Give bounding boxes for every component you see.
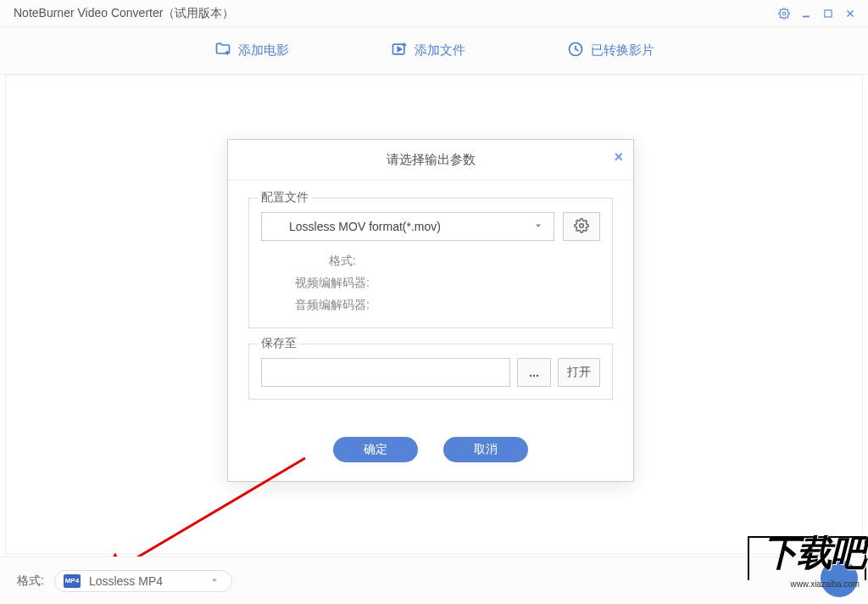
open-folder-button[interactable]: 打开: [558, 358, 600, 387]
clock-icon: [567, 41, 584, 60]
open-label: 打开: [567, 365, 591, 380]
video-codec-row: 视频编解码器:: [295, 271, 600, 294]
add-movie-button[interactable]: 添加电影: [214, 41, 289, 60]
mp4-badge-icon: MP4: [64, 574, 81, 588]
settings-icon[interactable]: [775, 4, 793, 23]
chevron-down-icon: [209, 574, 220, 588]
format-selected: Lossless MOV format(*.mov): [272, 220, 441, 233]
profile-fieldset: 配置文件 Lossless MOV format(*.mov) 格式: 视频编解…: [248, 198, 613, 328]
format-label: 格式:: [17, 573, 44, 589]
watermark-url: www.xiazaiba.com: [790, 579, 859, 589]
maximize-icon[interactable]: [819, 4, 837, 23]
output-format-dropdown[interactable]: MP4 Lossless MP4: [54, 570, 232, 592]
svg-marker-16: [212, 579, 217, 582]
browse-button[interactable]: ...: [517, 358, 551, 387]
add-file-label: 添加文件: [415, 42, 465, 59]
converted-label: 已转换影片: [591, 42, 654, 59]
save-fieldset: 保存至 ... 打开: [248, 344, 613, 400]
dialog-title: 请选择输出参数: [387, 152, 476, 168]
cancel-label: 取消: [474, 442, 498, 457]
folder-plus-icon: [214, 41, 231, 60]
minimize-icon[interactable]: [797, 4, 815, 23]
profile-legend: 配置文件: [258, 190, 312, 205]
svg-rect-2: [825, 9, 832, 16]
audio-codec-row: 音频编解码器:: [295, 294, 600, 316]
dialog-footer: 确定 取消: [228, 423, 633, 481]
svg-point-0: [782, 12, 786, 15]
svg-marker-12: [536, 225, 541, 228]
format-settings-button[interactable]: [563, 212, 600, 241]
gear-icon: [574, 218, 589, 236]
dialog-close-icon[interactable]: ×: [614, 148, 623, 166]
converted-button[interactable]: 已转换影片: [567, 41, 654, 60]
format-row: 格式:: [295, 249, 600, 271]
close-icon[interactable]: [841, 4, 860, 23]
browse-label: ...: [529, 366, 539, 379]
save-path-input[interactable]: [261, 358, 510, 387]
chevron-down-icon: [533, 220, 543, 233]
cancel-button[interactable]: 取消: [443, 437, 528, 462]
app-title: NoteBurner Video Converter（试用版本）: [14, 6, 234, 21]
svg-point-13: [580, 223, 584, 227]
dialog-header: 请选择输出参数 ×: [228, 140, 633, 181]
bottom-bar: 格式: MP4 Lossless MP4: [0, 556, 868, 604]
ok-button[interactable]: 确定: [333, 437, 418, 462]
output-params-dialog: 请选择输出参数 × 配置文件 Lossless MOV format(*.mov…: [227, 139, 634, 482]
ok-label: 确定: [364, 442, 387, 457]
titlebar: NoteBurner Video Converter（试用版本）: [0, 0, 868, 27]
svg-marker-8: [398, 48, 401, 52]
format-combobox[interactable]: Lossless MOV format(*.mov): [261, 212, 554, 241]
add-file-button[interactable]: 添加文件: [391, 41, 465, 60]
save-legend: 保存至: [258, 336, 300, 351]
add-movie-label: 添加电影: [238, 42, 289, 59]
format-info: 格式: 视频编解码器: 音频编解码器:: [261, 249, 600, 316]
main-toolbar: 添加电影 添加文件 已转换影片: [0, 27, 868, 75]
video-plus-icon: [391, 41, 408, 60]
output-format-value: Lossless MP4: [89, 574, 209, 588]
